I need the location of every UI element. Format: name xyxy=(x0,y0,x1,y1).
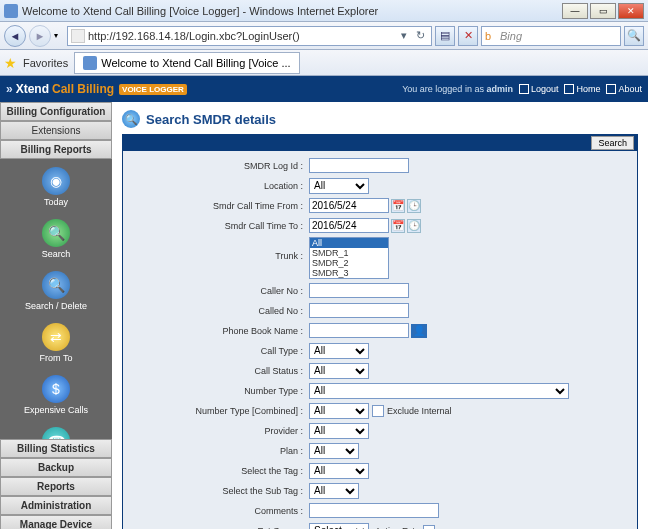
input-to-date[interactable] xyxy=(309,218,389,233)
sidebar-item-from-to[interactable]: ⇄From To xyxy=(0,319,112,371)
select-provider[interactable]: All xyxy=(309,423,369,439)
label-phonebook: Phone Book Name : xyxy=(129,326,309,336)
sidebar-item-search-delete[interactable]: 🔍Search / Delete xyxy=(0,267,112,319)
search-delete-icon: 🔍 xyxy=(42,271,70,299)
phonebook-icon[interactable]: 👤 xyxy=(411,324,427,338)
label-numtype: Number Type : xyxy=(129,386,309,396)
tab-label: Welcome to Xtend Call Billing [Voice ... xyxy=(101,57,290,69)
label-from: Smdr Call Time From : xyxy=(129,201,309,211)
favorites-bar: ★ Favorites Welcome to Xtend Call Billin… xyxy=(0,50,648,76)
login-status: You are logged in as admin xyxy=(402,84,513,94)
input-from-date[interactable] xyxy=(309,198,389,213)
label-subtag: Select the Sub Tag : xyxy=(129,486,309,496)
select-callstatus[interactable]: All xyxy=(309,363,369,379)
select-location[interactable]: All xyxy=(309,178,369,194)
close-button[interactable]: ✕ xyxy=(618,3,644,19)
sidebar-cat-reports[interactable]: Reports xyxy=(0,477,112,496)
input-phonebook[interactable] xyxy=(309,323,409,338)
stop-button[interactable]: ✕ xyxy=(458,26,478,46)
clock-to-icon[interactable]: 🕒 xyxy=(407,219,421,233)
url-dropdown-icon[interactable]: ▾ xyxy=(396,29,412,42)
logout-icon xyxy=(519,84,529,94)
sidebar-cat-billing-config[interactable]: Billing Configuration xyxy=(0,102,112,121)
search-placeholder: Bing xyxy=(500,30,522,42)
sidebar-item-today[interactable]: ◉Today xyxy=(0,163,112,215)
listbox-trunk[interactable]: All SMDR_1 SMDR_2 SMDR_3 xyxy=(309,237,389,279)
input-called[interactable] xyxy=(309,303,409,318)
select-extgroup[interactable]: Select xyxy=(309,523,369,530)
trunk-opt-2[interactable]: SMDR_2 xyxy=(310,258,388,268)
label-log-id: SMDR Log Id : xyxy=(129,161,309,171)
favorites-label[interactable]: Favorites xyxy=(23,57,68,69)
label-plan: Plan : xyxy=(129,446,309,456)
about-link[interactable]: About xyxy=(606,84,642,94)
logo-arrow-icon: » xyxy=(6,82,13,96)
trunk-opt-all[interactable]: All xyxy=(310,238,388,248)
search-box[interactable]: b Bing xyxy=(481,26,621,46)
label-to: Smdr Call Time To : xyxy=(129,221,309,231)
input-log-id[interactable] xyxy=(309,158,409,173)
home-link[interactable]: Home xyxy=(564,84,600,94)
select-numtypec[interactable]: All xyxy=(309,403,369,419)
label-location: Location : xyxy=(129,181,309,191)
logout-link[interactable]: Logout xyxy=(519,84,559,94)
label-called: Called No : xyxy=(129,306,309,316)
trunk-opt-3[interactable]: SMDR_3 xyxy=(310,268,388,278)
window-titlebar: Welcome to Xtend Call Billing [Voice Log… xyxy=(0,0,648,22)
select-tag[interactable]: All xyxy=(309,463,369,479)
select-subtag[interactable]: All xyxy=(309,483,359,499)
select-numtype[interactable]: All xyxy=(309,383,569,399)
browser-tab[interactable]: Welcome to Xtend Call Billing [Voice ... xyxy=(74,52,299,74)
history-dropdown[interactable]: ▾ xyxy=(54,31,64,40)
today-icon: ◉ xyxy=(42,167,70,195)
label-tag: Select the Tag : xyxy=(129,466,309,476)
sidebar: Billing Configuration Extensions Billing… xyxy=(0,102,112,529)
label-callstatus: Call Status : xyxy=(129,366,309,376)
forward-button[interactable]: ► xyxy=(29,25,51,47)
tab-favicon xyxy=(83,56,97,70)
sidebar-item-search[interactable]: 🔍Search xyxy=(0,215,112,267)
form-header: Search xyxy=(123,135,637,151)
expensive-icon: $ xyxy=(42,375,70,403)
select-calltype[interactable]: All xyxy=(309,343,369,359)
label-trunk: Trunk : xyxy=(129,237,309,261)
address-bar[interactable]: http://192.168.14.18/Login.xbc?LoginUser… xyxy=(67,26,432,46)
label-comments: Comments : xyxy=(129,506,309,516)
page-title: 🔍 Search SMDR details xyxy=(112,110,648,132)
back-button[interactable]: ◄ xyxy=(4,25,26,47)
minimize-button[interactable]: — xyxy=(562,3,588,19)
sidebar-cat-extensions[interactable]: Extensions xyxy=(0,121,112,140)
favorites-star-icon[interactable]: ★ xyxy=(4,55,17,71)
trunk-opt-1[interactable]: SMDR_1 xyxy=(310,248,388,258)
select-plan[interactable]: All xyxy=(309,443,359,459)
fromto-icon: ⇄ xyxy=(42,323,70,351)
checkbox-active-ext[interactable] xyxy=(423,525,435,529)
label-numtypec: Number Type [Combined] : xyxy=(129,406,309,416)
search-form: Search SMDR Log Id : Location :All Smdr … xyxy=(122,134,638,529)
sidebar-item-expensive[interactable]: $Expensive Calls xyxy=(0,371,112,423)
input-comments[interactable] xyxy=(309,503,439,518)
about-icon xyxy=(606,84,616,94)
maximize-button[interactable]: ▭ xyxy=(590,3,616,19)
clock-from-icon[interactable]: 🕒 xyxy=(407,199,421,213)
sidebar-cat-manage-device[interactable]: Manage Device xyxy=(0,515,112,529)
label-exclude: Exclude Internal xyxy=(387,406,452,416)
sidebar-cat-admin[interactable]: Administration xyxy=(0,496,112,515)
search-button-top[interactable]: Search xyxy=(591,136,634,150)
bing-icon: b xyxy=(485,30,497,42)
input-caller[interactable] xyxy=(309,283,409,298)
search-go-button[interactable]: 🔍 xyxy=(624,26,644,46)
sidebar-cat-backup[interactable]: Backup xyxy=(0,458,112,477)
calendar-to-icon[interactable]: 📅 xyxy=(391,219,405,233)
checkbox-exclude-internal[interactable] xyxy=(372,405,384,417)
page-favicon xyxy=(4,4,18,18)
label-calltype: Call Type : xyxy=(129,346,309,356)
refresh-icon[interactable]: ↻ xyxy=(412,29,428,42)
sidebar-cat-billing-stats[interactable]: Billing Statistics xyxy=(0,439,112,458)
sidebar-item-top-calls[interactable]: ☎Top Calls xyxy=(0,423,112,439)
compat-button[interactable]: ▤ xyxy=(435,26,455,46)
sidebar-cat-billing-reports[interactable]: Billing Reports xyxy=(0,140,112,159)
label-caller: Caller No : xyxy=(129,286,309,296)
brand-logo: » Xtend Call Billing VOICE LOGGER xyxy=(6,82,187,96)
calendar-from-icon[interactable]: 📅 xyxy=(391,199,405,213)
